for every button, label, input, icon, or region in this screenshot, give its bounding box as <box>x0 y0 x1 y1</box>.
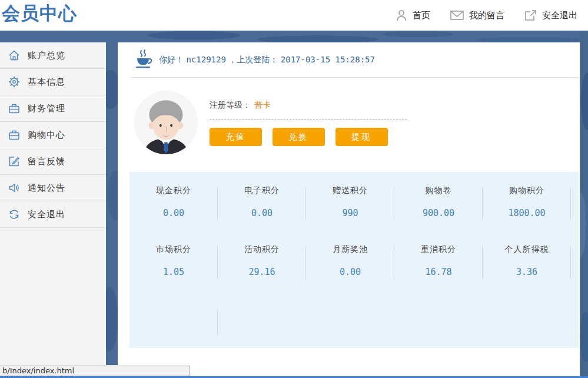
register-level-label: 注册等级： <box>210 100 251 110</box>
sidebar-item-label: 留言反馈 <box>28 156 65 167</box>
browser-status-tooltip: b/Index/index.html <box>0 366 190 376</box>
site-logo: 会员中心 <box>2 1 77 26</box>
sidebar-item-label: 购物中心 <box>28 130 65 141</box>
stat-cash-points: 现金积分 0.00 <box>129 172 218 231</box>
stat-value: 1.05 <box>129 267 218 277</box>
sidebar-item-feedback[interactable]: 留言反馈 <box>0 148 106 175</box>
coffee-icon <box>134 49 153 71</box>
briefcase-icon <box>8 129 20 141</box>
stat-label: 购物积分 <box>483 185 571 196</box>
home-icon <box>8 49 20 61</box>
header: 会员中心 首页 我的留言 <box>0 0 588 31</box>
logout-icon <box>8 208 20 220</box>
register-level-line: 注册等级：普卡 <box>210 100 407 111</box>
gear-icon <box>8 76 20 88</box>
stat-label: 重消积分 <box>394 244 483 255</box>
nav-logout[interactable]: 安全退出 <box>524 9 577 21</box>
sidebar-item-shopping[interactable]: 购物中心 <box>0 122 106 148</box>
stat-activity-points: 活动积分 29.16 <box>218 231 306 290</box>
nav-my-messages-label: 我的留言 <box>469 10 504 21</box>
stat-shopping-voucher: 购物卷 900.00 <box>394 172 483 231</box>
points-summary-panel: 现金积分 0.00 电子积分 0.00 赠送积分 990 购物卷 900.00 … <box>129 172 579 348</box>
greeting-username: nc129129 <box>186 55 225 64</box>
withdraw-button[interactable]: 提现 <box>335 128 388 146</box>
profile-section: 注册等级：普卡 充值 兑换 提现 <box>134 91 580 154</box>
speaker-icon <box>8 182 20 194</box>
stat-value: 1800.00 <box>483 208 571 218</box>
stat-value: 16.78 <box>394 267 483 277</box>
greeting-row: 你好！ nc129129 ，上次登陆： 2017-03-15 15:28:57 <box>118 42 580 71</box>
action-buttons: 充值 兑换 提现 <box>210 128 407 146</box>
stat-value: 0.00 <box>306 267 394 277</box>
share-icon <box>524 9 537 21</box>
briefcase-icon <box>8 102 20 114</box>
top-nav: 首页 我的留言 安全退出 <box>376 0 577 31</box>
edit-icon <box>8 155 20 167</box>
greeting-hello: 你好！ <box>159 55 184 64</box>
sidebar-item-label: 基本信息 <box>28 77 65 88</box>
stat-value: 0.00 <box>218 208 306 218</box>
nav-my-messages[interactable]: 我的留言 <box>450 10 504 21</box>
stat-income-tax: 个人所得税 3.36 <box>483 231 571 290</box>
recharge-button[interactable]: 充值 <box>210 128 262 146</box>
stat-label: 市场积分 <box>129 244 218 255</box>
stat-value: 3.36 <box>483 267 571 277</box>
sidebar-item-label: 通知公告 <box>28 183 65 194</box>
main-content: 你好！ nc129129 ，上次登陆： 2017-03-15 15:28:57 <box>118 42 580 378</box>
sidebar-item-label: 账户总览 <box>28 50 65 61</box>
stat-label: 活动积分 <box>218 244 306 255</box>
stat-value: 900.00 <box>394 208 483 218</box>
profile-details: 注册等级：普卡 充值 兑换 提现 <box>210 91 407 154</box>
greeting-text: 你好！ nc129129 ，上次登陆： 2017-03-15 15:28:57 <box>159 55 375 65</box>
stat-value: 990 <box>306 208 394 218</box>
decorative-left-strip <box>106 42 118 365</box>
dashed-divider <box>210 119 407 120</box>
exchange-button[interactable]: 兑换 <box>273 128 325 146</box>
member-center-page: 会员中心 首页 我的留言 <box>0 0 588 378</box>
nav-home[interactable]: 首页 <box>396 9 430 22</box>
greeting-divider <box>129 77 579 78</box>
greeting-last-login-label: ，上次登陆： <box>228 55 278 64</box>
user-icon <box>396 9 407 22</box>
stat-salary-pool: 月薪奖池 0.00 <box>306 231 394 290</box>
sidebar-item-logout[interactable]: 安全退出 <box>0 201 106 228</box>
stat-market-points: 市场积分 1.05 <box>129 231 218 290</box>
sidebar-item-label: 安全退出 <box>28 209 65 220</box>
stat-label: 月薪奖池 <box>306 244 394 255</box>
decorative-right-strip <box>580 31 588 376</box>
stat-label: 赠送积分 <box>306 185 394 196</box>
greeting-last-login-time: 2017-03-15 15:28:57 <box>281 55 375 64</box>
mail-icon <box>450 10 464 21</box>
sidebar-item-finance[interactable]: 财务管理 <box>0 95 106 122</box>
stat-shopping-points: 购物积分 1800.00 <box>483 172 571 231</box>
stat-electronic-points: 电子积分 0.00 <box>218 172 306 231</box>
stats-row-1: 现金积分 0.00 电子积分 0.00 赠送积分 990 购物卷 900.00 … <box>129 172 579 231</box>
sidebar-item-notices[interactable]: 通知公告 <box>0 175 106 201</box>
stats-row-3 <box>129 290 579 348</box>
avatar <box>134 91 198 154</box>
sidebar: 账户总览 基本信息 财务管理 <box>0 42 106 378</box>
nav-logout-label: 安全退出 <box>542 10 577 21</box>
stat-reconsume-points: 重消积分 16.78 <box>394 231 483 290</box>
sidebar-item-basic-info[interactable]: 基本信息 <box>0 69 106 95</box>
stat-gift-points: 赠送积分 990 <box>306 172 394 231</box>
stat-label: 电子积分 <box>218 185 306 196</box>
stat-label: 购物卷 <box>394 185 483 196</box>
stats-row-2: 市场积分 1.05 活动积分 29.16 月薪奖池 0.00 重消积分 16.7… <box>129 231 579 290</box>
nav-home-label: 首页 <box>413 10 430 21</box>
stat-value: 29.16 <box>218 267 306 277</box>
decorative-map-bar <box>0 31 588 42</box>
stat-value: 0.00 <box>129 208 218 218</box>
register-level-value: 普卡 <box>254 100 271 110</box>
stat-label: 个人所得税 <box>483 244 571 255</box>
sidebar-item-label: 财务管理 <box>28 103 65 114</box>
empty-stat-cell <box>129 290 218 348</box>
stat-label: 现金积分 <box>129 185 218 196</box>
sidebar-item-account-overview[interactable]: 账户总览 <box>0 42 106 69</box>
